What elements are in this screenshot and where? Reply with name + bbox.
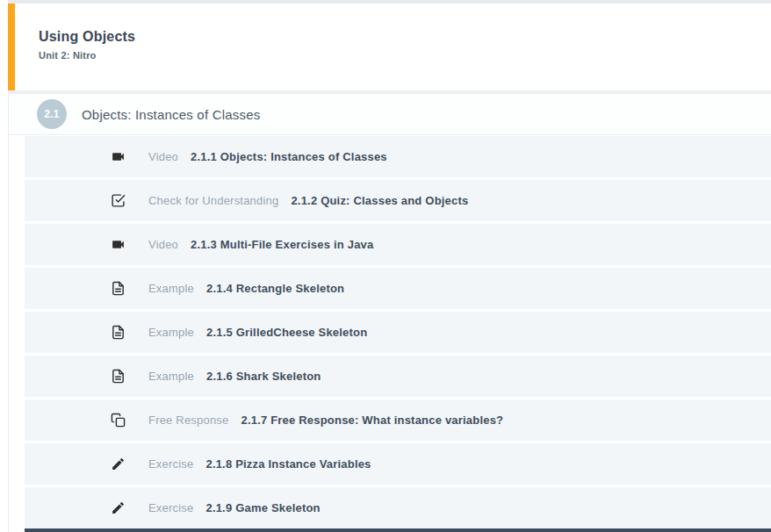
activity-title-link[interactable]: 2.1.2 Quiz: Classes and Objects [291,194,468,207]
activity-type-label: Example [148,282,194,295]
activity-title-link[interactable]: 2.1.4 Rectangle Skeleton [206,282,344,295]
copy-icon [110,413,126,428]
activity-type-label: Free Response [148,413,228,427]
activity-row[interactable]: Example 2.1.4 Rectangle Skeleton [25,268,771,309]
video-icon [110,237,126,253]
activity-title-link[interactable]: 2.1.6 Shark Skeleton [206,370,321,383]
activity-title-link[interactable]: 2.1.7 Free Response: What instance varia… [241,413,503,427]
activity-title-link[interactable]: 2.1.5 GrilledCheese Skeleton [206,326,367,339]
curriculum-page: Using Objects Unit 2: Nitro 2.1 Objects:… [0,0,771,532]
activity-type-label: Check for Understanding [148,194,278,207]
activity-row[interactable]: Example 2.1.5 GrilledCheese Skeleton [25,312,771,353]
activity-row[interactable]: Video 2.1.1 Objects: Instances of Classe… [25,136,771,177]
check-square-icon [110,193,126,209]
activity-type-label: Example [148,326,194,339]
unit-subtitle: Unit 2: Nitro [39,50,771,61]
file-text-icon [110,369,126,385]
activity-row[interactable]: Free Response 2.1.7 Free Response: What … [25,399,771,441]
activity-list: Video 2.1.1 Objects: Instances of Classe… [25,136,771,531]
activity-title-link[interactable]: 2.1.1 Objects: Instances of Classes [191,150,387,163]
page-left-border [8,90,9,532]
activity-type-label: Video [148,150,178,163]
lesson-number-badge: 2.1 [37,99,67,129]
activity-type-label: Example [148,370,194,383]
activity-title-link[interactable]: 2.1.3 Multi-File Exercises in Java [191,238,373,251]
next-section-edge-bar [25,528,771,532]
page-title: Using Objects [39,28,771,45]
video-icon [110,149,126,165]
activity-row[interactable]: Check for Understanding 2.1.2 Quiz: Clas… [25,180,771,221]
pencil-icon [110,457,126,472]
activity-title-link[interactable]: 2.1.8 Pizza Instance Variables [205,457,371,471]
activity-type-label: Video [148,238,178,251]
lesson-title: Objects: Instances of Classes [82,107,260,122]
unit-header-card: Using Objects Unit 2: Nitro [8,4,771,90]
file-text-icon [110,325,126,341]
pencil-icon [110,500,126,516]
lesson-section-header: 2.1 Objects: Instances of Classes [9,94,771,135]
activity-row[interactable]: Example 2.1.6 Shark Skeleton [25,356,771,397]
activity-title-link[interactable]: 2.1.9 Game Skeleton [205,501,320,514]
file-text-icon [110,281,126,297]
activity-type-label: Exercise [148,501,193,514]
activity-type-label: Exercise [148,457,193,471]
activity-row[interactable]: Exercise 2.1.8 Pizza Instance Variables [25,443,771,485]
activity-row[interactable]: Video 2.1.3 Multi-File Exercises in Java [25,224,771,265]
activity-row[interactable]: Exercise 2.1.9 Game Skeleton [25,487,771,528]
